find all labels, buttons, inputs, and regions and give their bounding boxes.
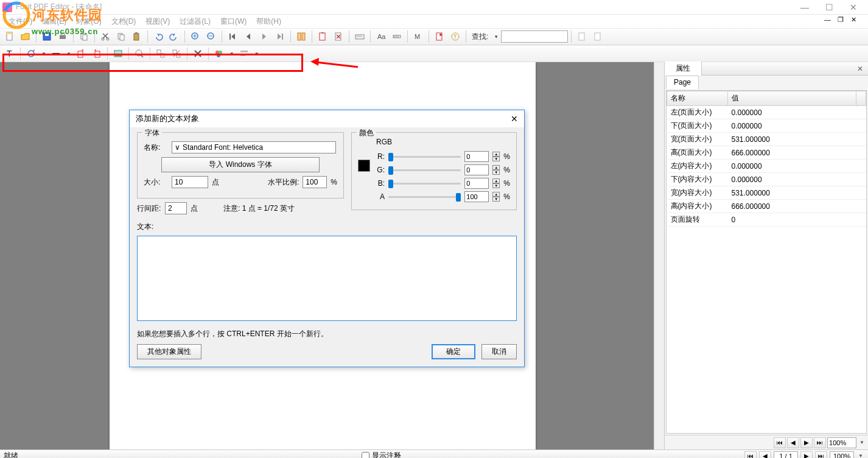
arrange-button[interactable] (212, 46, 226, 61)
next-page-button[interactable] (257, 29, 271, 44)
ungroup-button[interactable] (169, 46, 184, 61)
props-first-button[interactable]: ⏮ (774, 437, 786, 448)
add-text-button[interactable]: T (2, 46, 17, 61)
menu-edit[interactable]: 编辑(E) (37, 15, 71, 28)
menu-window[interactable]: 窗口(W) (215, 15, 251, 28)
table-row[interactable]: 高(内容大小)666.000000 (667, 200, 866, 213)
arrange-dropdown-arrow[interactable]: ▼ (228, 51, 236, 57)
props-zoom-input[interactable] (827, 437, 856, 448)
menu-document[interactable]: 文档(D) (107, 15, 141, 28)
find-dropdown-arrow[interactable]: ▼ (492, 34, 500, 40)
props-prev-button[interactable]: ◀ (787, 437, 799, 448)
table-row[interactable]: 左(页面大小)0.000000 (667, 106, 866, 119)
status-last-page[interactable]: ⏭ (815, 451, 827, 459)
menu-help[interactable]: 帮助(H) (251, 15, 286, 28)
table-row[interactable]: 高(页面大小)666.000000 (667, 146, 866, 160)
rotate-left-button[interactable] (74, 46, 88, 61)
g-input[interactable] (464, 164, 489, 175)
line-tool-button[interactable] (49, 46, 63, 61)
b-slider[interactable] (388, 183, 461, 185)
menu-file[interactable]: 文件(F) (4, 15, 37, 28)
dialog-close-button[interactable]: ✕ (511, 114, 518, 124)
status-zoom-input[interactable] (830, 451, 854, 459)
print-button[interactable] (55, 29, 70, 44)
b-input[interactable] (464, 178, 489, 189)
redo-button[interactable] (167, 29, 181, 44)
status-next-page[interactable]: ▶ (800, 451, 813, 459)
r-slider[interactable] (388, 156, 461, 158)
delete-page-button[interactable] (331, 29, 346, 44)
delete-object-button[interactable] (191, 46, 205, 61)
close-button[interactable]: ✕ (841, 1, 866, 14)
merge-button[interactable]: M (411, 29, 425, 44)
table-row[interactable]: 下(页面大小)0.000000 (667, 119, 866, 133)
dialog-titlebar[interactable]: 添加新的文本对象 ✕ (130, 110, 524, 127)
text-circle-button[interactable]: T (448, 29, 463, 44)
add-shape-button[interactable] (24, 46, 38, 61)
table-row[interactable]: 宽(页面大小)531.000000 (667, 133, 866, 146)
save-button[interactable] (40, 29, 54, 44)
status-prev-page[interactable]: ◀ (759, 451, 771, 459)
minimize-button[interactable]: — (793, 1, 817, 14)
r-spinner[interactable]: ▲▼ (492, 152, 500, 161)
color-swatch[interactable] (358, 160, 370, 172)
b-spinner[interactable]: ▲▼ (492, 178, 500, 188)
first-page-button[interactable] (225, 29, 240, 44)
col-value[interactable]: 值 (728, 91, 856, 106)
menu-object[interactable]: 对象(O) (71, 15, 106, 28)
last-page-button[interactable] (273, 29, 287, 44)
properties-subtab-page[interactable]: Page (666, 76, 699, 89)
align-button[interactable] (237, 46, 251, 61)
line-dropdown-arrow[interactable]: ▼ (65, 51, 72, 57)
vertical-scrollbar[interactable] (654, 62, 664, 449)
text-tool-button[interactable]: Aa (374, 29, 388, 44)
a-slider[interactable] (388, 196, 461, 198)
a-spinner[interactable]: ▲▼ (492, 192, 500, 202)
status-first-page[interactable]: ⏮ (744, 451, 757, 459)
g-spinner[interactable]: ▲▼ (492, 165, 500, 175)
align-dropdown-arrow[interactable]: ▼ (253, 51, 261, 57)
copy-button[interactable] (77, 29, 91, 44)
show-comments-checkbox[interactable]: 显示注释 (362, 451, 401, 458)
menu-view[interactable]: 视图(V) (141, 15, 175, 28)
page-layout-button[interactable] (294, 29, 309, 44)
r-input[interactable] (464, 151, 489, 162)
text-input[interactable] (137, 236, 517, 321)
ok-button[interactable]: 确定 (432, 344, 475, 359)
cancel-button[interactable]: 取消 (481, 344, 517, 359)
other-props-button[interactable]: 其他对象属性 (137, 344, 201, 359)
a-input[interactable] (464, 191, 489, 202)
group-button[interactable] (153, 46, 168, 61)
table-row[interactable]: 宽(内容大小)531.000000 (667, 186, 866, 200)
add-image-button[interactable] (111, 46, 125, 61)
find-prev-button[interactable] (575, 29, 589, 44)
prev-page-button[interactable] (241, 29, 256, 44)
props-zoom-dropdown[interactable]: ▼ (858, 440, 866, 445)
table-row[interactable]: 页面旋转0 (667, 213, 866, 227)
open-file-button[interactable] (18, 29, 33, 44)
rotate-right-button[interactable] (89, 46, 104, 61)
col-name[interactable]: 名称 (667, 91, 728, 106)
mdi-close-button[interactable]: ✕ (851, 16, 863, 26)
import-page-button[interactable] (315, 29, 330, 44)
page-edit-button[interactable] (432, 29, 447, 44)
import-font-button[interactable]: 导入 Windows 字体 (161, 157, 320, 172)
linespace-input[interactable] (165, 202, 187, 214)
zoom-out-button[interactable] (204, 29, 219, 44)
font-select[interactable]: ∨ Standard Font: Helvetica (172, 141, 336, 153)
paste-button[interactable] (130, 29, 144, 44)
status-zoom-dropdown[interactable]: ▼ (857, 453, 864, 458)
show-comments-input[interactable] (362, 452, 369, 458)
status-page-input[interactable] (774, 451, 798, 459)
keyboard-icon[interactable] (352, 29, 367, 44)
properties-close-button[interactable]: ✕ (852, 65, 868, 73)
menu-filter[interactable]: 过滤器(L) (175, 15, 215, 28)
props-next-button[interactable]: ▶ (800, 437, 813, 448)
table-row[interactable]: 左(内容大小)0.000000 (667, 160, 866, 173)
new-file-button[interactable] (2, 29, 17, 44)
find-next-button[interactable] (590, 29, 605, 44)
zoom-in-button[interactable] (188, 29, 203, 44)
mdi-restore-button[interactable]: ❐ (838, 16, 850, 26)
ruler-button[interactable] (390, 29, 404, 44)
undo-button[interactable] (151, 29, 166, 44)
